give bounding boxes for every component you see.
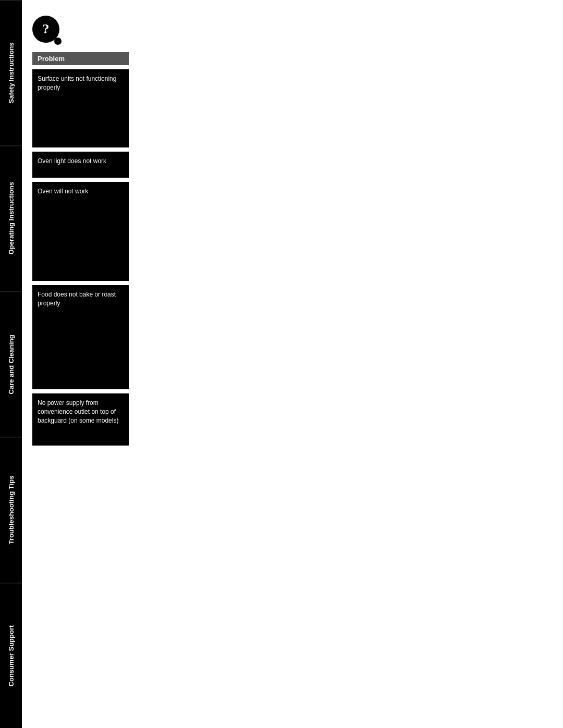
problem-row-food-bake-roast: Food does not bake or roast properly	[32, 285, 129, 389]
question-icon: ?	[32, 16, 59, 43]
sidebar-tab-operating-instructions[interactable]: Operating Instructions	[0, 145, 22, 291]
icon-container: ?	[32, 16, 553, 43]
sidebar-tab-troubleshooting-tips[interactable]: Troubleshooting Tips	[0, 437, 22, 582]
problem-row-surface-units: Surface units not functioning properly	[32, 69, 129, 147]
sidebar: Safety Instructions Operating Instructio…	[0, 0, 22, 728]
sidebar-tab-safety-instructions[interactable]: Safety Instructions	[0, 0, 22, 145]
problem-header: Problem	[32, 52, 129, 65]
problem-row-oven-light: Oven light does not work	[32, 152, 129, 178]
sidebar-tab-care-and-cleaning[interactable]: Care and Cleaning	[0, 291, 22, 437]
sidebar-tab-consumer-support[interactable]: Consumer Support	[0, 583, 22, 728]
main-content: ? Problem Surface units not functioning …	[22, 0, 563, 728]
problem-table: Problem Surface units not functioning pr…	[32, 52, 129, 450]
question-mark-symbol: ?	[43, 22, 50, 36]
problem-row-oven-will-not-work: Oven will not work	[32, 182, 129, 281]
problem-row-no-power-supply: No power supply from convenience outlet …	[32, 393, 129, 446]
